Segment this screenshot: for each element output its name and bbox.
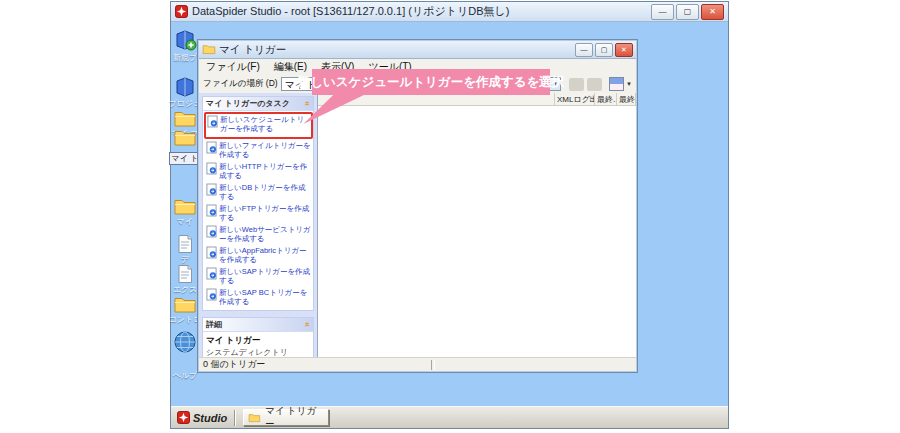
document-icon: [175, 234, 195, 254]
folder-icon: [173, 296, 197, 314]
task-pane: マイ トリガーのタスク »: [199, 93, 318, 357]
task-create-db-trigger[interactable]: 新しいDBトリガーを作成する: [206, 183, 311, 201]
views-button[interactable]: ▼: [609, 77, 632, 91]
taskbar-my-trigger-button[interactable]: マイ トリガー: [243, 409, 329, 426]
task-create-ftp-trigger[interactable]: 新しいFTPトリガーを作成する: [206, 204, 311, 222]
task-label: 新しいファイルトリガーを作成する: [219, 141, 311, 159]
trigger-tasks-panel: マイ トリガーのタスク »: [202, 96, 314, 311]
details-item-type: システムディレクトリ: [206, 347, 311, 357]
window-content: マイ トリガーのタスク »: [199, 93, 636, 357]
views-grid-icon: [609, 77, 624, 91]
folder-icon: [202, 44, 216, 55]
new-item-page-icon: [206, 225, 217, 238]
app-maximize-button[interactable]: ▢: [676, 4, 699, 20]
new-item-page-icon: [206, 288, 217, 301]
new-item-page-icon: [206, 204, 217, 217]
studio-brand: Studio: [177, 411, 227, 424]
new-item-page-icon: [207, 115, 218, 128]
globe-icon: [173, 330, 197, 354]
trigger-tasks-panel-header[interactable]: マイ トリガーのタスク »: [203, 97, 313, 111]
new-item-page-icon: [206, 162, 217, 175]
details-panel-title: 詳細: [206, 319, 222, 330]
trigger-list-empty[interactable]: [318, 106, 636, 357]
dataspider-studio-window: DataSpider Studio - root [S13611/127.0.0…: [170, 1, 729, 429]
task-label: 新しいDBトリガーを作成する: [219, 183, 311, 201]
menu-edit[interactable]: 編集(E): [274, 60, 307, 74]
trigger-tasks-panel-title: マイ トリガーのタスク: [206, 98, 290, 109]
details-panel-header[interactable]: 詳細 »: [203, 318, 313, 332]
app-titlebar[interactable]: DataSpider Studio - root [S13611/127.0.0…: [171, 2, 728, 22]
task-label: 新しいWebサービストリガーを作成する: [219, 225, 311, 243]
inner-restore-button[interactable]: ▢: [595, 43, 613, 57]
task-label: 新しいSAPトリガーを作成する: [219, 267, 311, 285]
inner-minimize-button[interactable]: —: [575, 43, 593, 57]
studio-label: Studio: [193, 412, 227, 424]
screenshot-stage: DataSpider Studio - root [S13611/127.0.0…: [0, 0, 900, 433]
menu-file[interactable]: ファイル(F): [206, 60, 260, 74]
document-icon: [175, 264, 195, 284]
navigate-back-button[interactable]: [569, 78, 584, 91]
task-create-http-trigger[interactable]: 新しいHTTPトリガーを作成する: [206, 162, 311, 180]
task-label: 新しいスケジュールトリガーを作成する: [220, 115, 310, 133]
details-panel: 詳細 » マイ トリガー システムディレクトリ: [202, 317, 314, 357]
studio-taskbar: Studio マイ トリガー: [171, 406, 728, 428]
app-minimize-button[interactable]: —: [651, 4, 674, 20]
task-label: 新しいHTTPトリガーを作成する: [219, 162, 311, 180]
folder-icon: [173, 110, 197, 128]
task-create-appfabric-trigger[interactable]: 新しいAppFabricトリガーを作成する: [206, 246, 311, 264]
statusbar: 0 個のトリガー: [199, 357, 636, 371]
new-item-page-icon: [206, 246, 217, 259]
dataspider-logo-icon: [175, 5, 188, 18]
my-trigger-titlebar[interactable]: マイ トリガー — ▢ ✕: [199, 41, 636, 59]
column-header-xml-log[interactable]: XMLログ出..: [555, 93, 595, 106]
new-project-book-plus-icon: [173, 28, 197, 52]
app-window-title: DataSpider Studio - root [S13611/127.0.0…: [192, 4, 651, 19]
column-header-last-1[interactable]: 最終..: [595, 93, 617, 106]
column-header-last-2[interactable]: 最終..: [617, 93, 636, 106]
taskbar-divider: [234, 410, 236, 426]
app-close-button[interactable]: ✕: [701, 4, 724, 20]
collapse-chevron-icon[interactable]: »: [303, 322, 312, 327]
task-create-sapbc-trigger[interactable]: 新しいSAP BCトリガーを作成する: [206, 288, 311, 306]
collapse-chevron-icon[interactable]: »: [303, 101, 312, 106]
new-item-page-icon: [206, 183, 217, 196]
details-item-name: マイ トリガー: [206, 335, 311, 347]
new-item-page-icon: [206, 267, 217, 280]
statusbar-divider: [431, 360, 435, 370]
project-book-icon: [173, 76, 197, 98]
highlight-red-box: 新しいスケジュールトリガーを作成する: [204, 112, 313, 139]
instruction-callout: 新しいスケジュールトリガーを作成するを選択: [312, 69, 550, 95]
taskbar-button-label: マイ トリガー: [265, 405, 324, 431]
task-create-schedule-trigger[interactable]: 新しいスケジュールトリガーを作成する: [207, 115, 310, 133]
location-label: ファイルの場所 (D): [203, 78, 278, 90]
dataspider-logo-icon: [177, 411, 190, 424]
status-trigger-count: 0 個のトリガー: [203, 358, 265, 371]
task-create-file-trigger[interactable]: 新しいファイルトリガーを作成する: [206, 141, 311, 159]
my-trigger-window-title: マイ トリガー: [219, 43, 575, 57]
navigate-up-button[interactable]: [587, 78, 602, 91]
task-label: 新しいSAP BCトリガーを作成する: [219, 288, 311, 306]
task-label: 新しいFTPトリガーを作成する: [219, 204, 311, 222]
new-item-page-icon: [206, 141, 217, 154]
task-label: 新しいAppFabricトリガーを作成する: [219, 246, 311, 264]
folder-icon: [173, 198, 197, 216]
folder-icon: [248, 413, 261, 423]
inner-close-button[interactable]: ✕: [615, 43, 633, 57]
task-create-sap-trigger[interactable]: 新しいSAPトリガーを作成する: [206, 267, 311, 285]
views-dropdown-icon: ▼: [626, 81, 632, 87]
folder-icon: [173, 129, 197, 147]
task-create-webservice-trigger[interactable]: 新しいWebサービストリガーを作成する: [206, 225, 311, 243]
trigger-list-area: XMLログ出.. 最終.. 最終..: [318, 93, 636, 357]
